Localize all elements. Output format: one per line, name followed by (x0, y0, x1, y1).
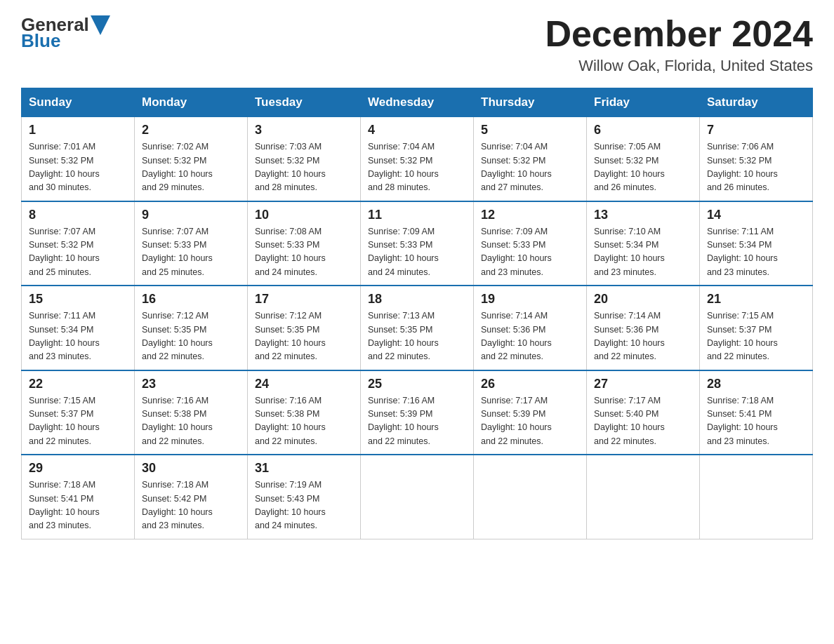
day-number: 17 (255, 292, 353, 307)
calendar-cell: 19Sunrise: 7:14 AMSunset: 5:36 PMDayligh… (474, 286, 587, 370)
header-friday: Friday (587, 88, 700, 117)
calendar-cell: 10Sunrise: 7:08 AMSunset: 5:33 PMDayligh… (248, 201, 361, 286)
header-saturday: Saturday (700, 88, 813, 117)
calendar-cell: 25Sunrise: 7:16 AMSunset: 5:39 PMDayligh… (361, 370, 474, 455)
day-info: Sunrise: 7:12 AMSunset: 5:35 PMDaylight:… (255, 309, 353, 364)
day-number: 9 (142, 208, 240, 222)
day-info: Sunrise: 7:17 AMSunset: 5:39 PMDaylight:… (481, 394, 579, 449)
header-tuesday: Tuesday (248, 88, 361, 117)
day-info: Sunrise: 7:15 AMSunset: 5:37 PMDaylight:… (29, 394, 127, 449)
calendar-cell: 17Sunrise: 7:12 AMSunset: 5:35 PMDayligh… (248, 286, 361, 370)
day-info: Sunrise: 7:18 AMSunset: 5:41 PMDaylight:… (29, 478, 127, 533)
day-info: Sunrise: 7:09 AMSunset: 5:33 PMDaylight:… (481, 225, 579, 280)
calendar-cell: 31Sunrise: 7:19 AMSunset: 5:43 PMDayligh… (248, 455, 361, 539)
page-header: General Blue December 2024 Willow Oak, F… (21, 14, 813, 75)
day-number: 28 (707, 377, 805, 391)
day-number: 10 (255, 208, 353, 222)
calendar-cell: 1Sunrise: 7:01 AMSunset: 5:32 PMDaylight… (22, 117, 135, 201)
day-number: 29 (29, 461, 127, 476)
logo-icon (91, 15, 110, 35)
day-info: Sunrise: 7:03 AMSunset: 5:32 PMDaylight:… (255, 140, 353, 195)
logo[interactable]: General Blue (21, 14, 110, 52)
calendar-cell: 28Sunrise: 7:18 AMSunset: 5:41 PMDayligh… (700, 370, 813, 455)
day-number: 19 (481, 292, 579, 307)
day-number: 20 (594, 292, 692, 307)
day-number: 3 (255, 123, 353, 137)
day-info: Sunrise: 7:07 AMSunset: 5:32 PMDaylight:… (29, 225, 127, 280)
title-area: December 2024 Willow Oak, Florida, Unite… (545, 14, 813, 75)
calendar-cell: 18Sunrise: 7:13 AMSunset: 5:35 PMDayligh… (361, 286, 474, 370)
header-wednesday: Wednesday (361, 88, 474, 117)
calendar-cell: 21Sunrise: 7:15 AMSunset: 5:37 PMDayligh… (700, 286, 813, 370)
day-number: 15 (29, 292, 127, 307)
day-number: 2 (142, 123, 240, 137)
day-number: 5 (481, 123, 579, 137)
day-info: Sunrise: 7:07 AMSunset: 5:33 PMDaylight:… (142, 225, 240, 280)
header-thursday: Thursday (474, 88, 587, 117)
calendar-cell: 14Sunrise: 7:11 AMSunset: 5:34 PMDayligh… (700, 201, 813, 286)
day-number: 27 (594, 377, 692, 391)
day-info: Sunrise: 7:09 AMSunset: 5:33 PMDaylight:… (368, 225, 466, 280)
day-info: Sunrise: 7:18 AMSunset: 5:41 PMDaylight:… (707, 394, 805, 449)
day-info: Sunrise: 7:16 AMSunset: 5:39 PMDaylight:… (368, 394, 466, 449)
day-number: 7 (707, 123, 805, 137)
header-monday: Monday (135, 88, 248, 117)
week-row-2: 8Sunrise: 7:07 AMSunset: 5:32 PMDaylight… (22, 201, 813, 286)
calendar-cell: 2Sunrise: 7:02 AMSunset: 5:32 PMDaylight… (135, 117, 248, 201)
day-info: Sunrise: 7:12 AMSunset: 5:35 PMDaylight:… (142, 309, 240, 364)
calendar-cell: 4Sunrise: 7:04 AMSunset: 5:32 PMDaylight… (361, 117, 474, 201)
calendar-cell: 16Sunrise: 7:12 AMSunset: 5:35 PMDayligh… (135, 286, 248, 370)
day-number: 18 (368, 292, 466, 307)
day-number: 11 (368, 208, 466, 222)
day-number: 23 (142, 377, 240, 391)
week-row-4: 22Sunrise: 7:15 AMSunset: 5:37 PMDayligh… (22, 370, 813, 455)
calendar-cell: 5Sunrise: 7:04 AMSunset: 5:32 PMDaylight… (474, 117, 587, 201)
calendar-header: SundayMondayTuesdayWednesdayThursdayFrid… (22, 88, 813, 117)
calendar-cell: 8Sunrise: 7:07 AMSunset: 5:32 PMDaylight… (22, 201, 135, 286)
calendar-cell: 30Sunrise: 7:18 AMSunset: 5:42 PMDayligh… (135, 455, 248, 539)
day-info: Sunrise: 7:01 AMSunset: 5:32 PMDaylight:… (29, 140, 127, 195)
day-info: Sunrise: 7:16 AMSunset: 5:38 PMDaylight:… (142, 394, 240, 449)
day-number: 13 (594, 208, 692, 222)
calendar-cell: 22Sunrise: 7:15 AMSunset: 5:37 PMDayligh… (22, 370, 135, 455)
day-number: 26 (481, 377, 579, 391)
day-number: 14 (707, 208, 805, 222)
calendar-cell: 23Sunrise: 7:16 AMSunset: 5:38 PMDayligh… (135, 370, 248, 455)
day-info: Sunrise: 7:13 AMSunset: 5:35 PMDaylight:… (368, 309, 466, 364)
calendar-cell: 11Sunrise: 7:09 AMSunset: 5:33 PMDayligh… (361, 201, 474, 286)
calendar-cell: 27Sunrise: 7:17 AMSunset: 5:40 PMDayligh… (587, 370, 700, 455)
day-number: 30 (142, 461, 240, 476)
day-info: Sunrise: 7:08 AMSunset: 5:33 PMDaylight:… (255, 225, 353, 280)
day-info: Sunrise: 7:19 AMSunset: 5:43 PMDaylight:… (255, 478, 353, 533)
header-sunday: Sunday (22, 88, 135, 117)
calendar-subtitle: Willow Oak, Florida, United States (545, 57, 813, 75)
day-info: Sunrise: 7:02 AMSunset: 5:32 PMDaylight:… (142, 140, 240, 195)
day-number: 6 (594, 123, 692, 137)
day-number: 24 (255, 377, 353, 391)
day-info: Sunrise: 7:04 AMSunset: 5:32 PMDaylight:… (368, 140, 466, 195)
calendar-cell: 24Sunrise: 7:16 AMSunset: 5:38 PMDayligh… (248, 370, 361, 455)
day-number: 25 (368, 377, 466, 391)
svg-marker-0 (91, 15, 110, 35)
calendar-cell: 7Sunrise: 7:06 AMSunset: 5:32 PMDaylight… (700, 117, 813, 201)
day-number: 4 (368, 123, 466, 137)
logo-blue-text: Blue (21, 30, 60, 52)
day-number: 22 (29, 377, 127, 391)
day-info: Sunrise: 7:16 AMSunset: 5:38 PMDaylight:… (255, 394, 353, 449)
day-number: 16 (142, 292, 240, 307)
day-info: Sunrise: 7:06 AMSunset: 5:32 PMDaylight:… (707, 140, 805, 195)
day-number: 12 (481, 208, 579, 222)
calendar-cell: 29Sunrise: 7:18 AMSunset: 5:41 PMDayligh… (22, 455, 135, 539)
day-info: Sunrise: 7:15 AMSunset: 5:37 PMDaylight:… (707, 309, 805, 364)
calendar-cell (700, 455, 813, 539)
calendar-cell: 12Sunrise: 7:09 AMSunset: 5:33 PMDayligh… (474, 201, 587, 286)
calendar-title: December 2024 (545, 14, 813, 54)
day-info: Sunrise: 7:11 AMSunset: 5:34 PMDaylight:… (707, 225, 805, 280)
calendar-cell (474, 455, 587, 539)
day-info: Sunrise: 7:10 AMSunset: 5:34 PMDaylight:… (594, 225, 692, 280)
day-info: Sunrise: 7:04 AMSunset: 5:32 PMDaylight:… (481, 140, 579, 195)
day-info: Sunrise: 7:05 AMSunset: 5:32 PMDaylight:… (594, 140, 692, 195)
calendar-cell (361, 455, 474, 539)
day-info: Sunrise: 7:18 AMSunset: 5:42 PMDaylight:… (142, 478, 240, 533)
day-number: 21 (707, 292, 805, 307)
